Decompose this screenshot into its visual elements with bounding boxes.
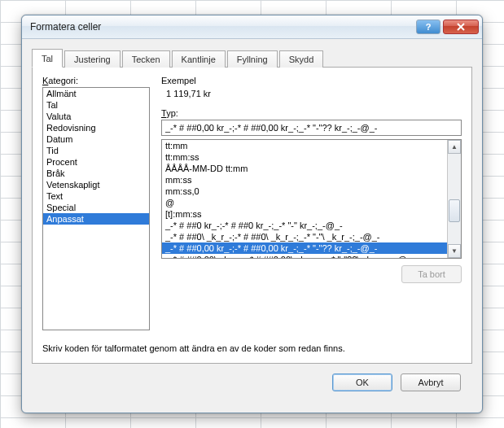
- window-title: Formatera celler: [30, 21, 414, 33]
- format-item[interactable]: mm:ss: [162, 174, 447, 186]
- tab-fyllning[interactable]: Fyllning: [227, 50, 278, 68]
- category-label: Kategori:: [42, 76, 150, 85]
- format-listbox[interactable]: tt:mmtt:mm:ssÅÅÅÅ-MM-DD tt:mmmm:ssmm:ss,…: [161, 139, 462, 259]
- category-listbox[interactable]: AllmäntTalValutaRedovisningDatumTidProce…: [42, 87, 150, 330]
- format-item[interactable]: mm:ss,0: [162, 186, 447, 197]
- format-item[interactable]: ÅÅÅÅ-MM-DD tt:mm: [162, 163, 447, 174]
- category-item[interactable]: Tal: [43, 99, 149, 111]
- ok-button[interactable]: OK: [332, 373, 392, 391]
- titlebar: Formatera celler ?: [22, 15, 482, 39]
- type-label: Typ:: [161, 108, 462, 118]
- format-item[interactable]: @: [162, 197, 447, 208]
- sample-value: 1 119,71 kr: [166, 89, 462, 98]
- tab-skydd[interactable]: Skydd: [279, 50, 324, 68]
- tab-tal[interactable]: Tal: [32, 49, 63, 68]
- format-item[interactable]: _-* # ##0\ _k_r_-;-* # ##0\ _k_r_-;_-* "…: [162, 231, 447, 242]
- tab-tecken[interactable]: Tecken: [122, 50, 170, 68]
- scrollbar[interactable]: ▲ ▼: [447, 140, 461, 258]
- category-item[interactable]: Vetenskapligt: [43, 179, 149, 190]
- category-item[interactable]: Datum: [43, 133, 149, 145]
- help-button[interactable]: ?: [416, 20, 440, 34]
- client-area: TalJusteringTeckenKantlinjeFyllningSkydd…: [22, 39, 482, 413]
- category-item[interactable]: Valuta: [43, 111, 149, 122]
- format-cells-dialog: Formatera celler ? TalJusteringTeckenKan…: [21, 15, 483, 413]
- tab-justering[interactable]: Justering: [64, 50, 121, 68]
- scroll-track[interactable]: [448, 154, 461, 244]
- category-item[interactable]: Procent: [43, 156, 149, 168]
- format-item[interactable]: tt:mm:ss: [162, 151, 447, 163]
- category-item[interactable]: Special: [43, 202, 149, 213]
- sample-label: Exempel: [161, 76, 462, 85]
- type-input[interactable]: [161, 120, 462, 136]
- scroll-up-button[interactable]: ▲: [448, 140, 461, 154]
- cancel-button[interactable]: Avbryt: [401, 373, 461, 391]
- format-item[interactable]: _-* # ##0,00 kr_-;-* # ##0,00 kr_-;_-* "…: [162, 242, 447, 254]
- format-item[interactable]: _-* # ##0 kr_-;-* # ##0 kr_-;_-* "-" kr_…: [162, 220, 447, 231]
- format-item[interactable]: tt:mm: [162, 140, 447, 151]
- scroll-thumb[interactable]: [449, 199, 460, 222]
- category-item[interactable]: Text: [43, 190, 149, 202]
- scroll-down-button[interactable]: ▼: [448, 244, 461, 258]
- tabstrip: TalJusteringTeckenKantlinjeFyllningSkydd: [32, 48, 472, 68]
- format-item[interactable]: _-* # ##0,00\ _k_r_-;-* # ##0,00\ _k_r_-…: [162, 254, 447, 258]
- format-item[interactable]: [t]:mm:ss: [162, 208, 447, 220]
- hint-text: Skriv koden för talformatet genom att än…: [42, 343, 462, 353]
- close-button[interactable]: [443, 20, 479, 34]
- category-item[interactable]: Allmänt: [43, 88, 149, 99]
- category-item[interactable]: Bråk: [43, 168, 149, 179]
- close-icon: [456, 23, 466, 31]
- category-item[interactable]: Redovisning: [43, 122, 149, 133]
- tab-panel-number: Kategori: AllmäntTalValutaRedovisningDat…: [32, 67, 472, 364]
- category-item[interactable]: Tid: [43, 145, 149, 156]
- delete-button: Ta bort: [401, 265, 462, 283]
- dialog-footer: OK Avbryt: [32, 364, 472, 403]
- category-item[interactable]: Anpassat: [43, 213, 149, 225]
- tab-kantlinje[interactable]: Kantlinje: [172, 50, 226, 68]
